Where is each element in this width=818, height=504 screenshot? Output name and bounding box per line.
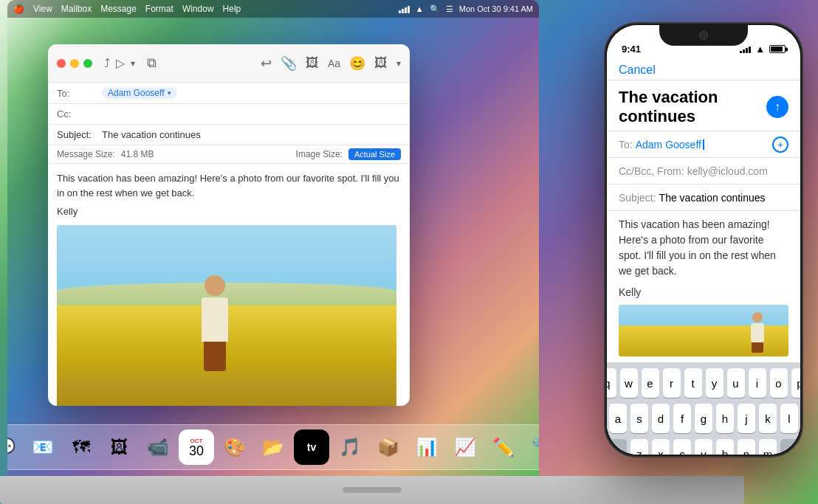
insert-icon[interactable]: 🖼 — [374, 55, 388, 71]
mail-body[interactable]: This vacation has been amazing! Here's a… — [48, 164, 410, 406]
window-icon[interactable]: ⧉ — [147, 55, 157, 71]
key-s[interactable]: s — [630, 404, 648, 433]
key-k[interactable]: k — [759, 404, 777, 433]
key-m[interactable]: m — [759, 439, 777, 455]
key-r[interactable]: r — [663, 368, 681, 398]
key-l[interactable]: l — [780, 404, 798, 433]
recipient-chip[interactable]: Adam Gooseff ▾ — [102, 87, 177, 99]
menu-mailbox[interactable]: Mailbox — [61, 4, 92, 14]
menu-message[interactable]: Message — [100, 4, 137, 14]
key-a[interactable]: a — [609, 404, 627, 433]
key-t[interactable]: t — [684, 368, 702, 398]
dropdown-icon[interactable]: ▾ — [131, 58, 135, 69]
minimize-button[interactable] — [70, 59, 79, 68]
key-i[interactable]: i — [749, 368, 766, 398]
close-button[interactable] — [57, 59, 66, 68]
key-p[interactable]: p — [791, 368, 801, 398]
dock-contacts[interactable]: 🎨 — [217, 429, 252, 465]
dock-appstore[interactable]: 🔧 — [524, 429, 539, 465]
front-camera — [699, 31, 708, 40]
key-o[interactable]: o — [770, 368, 788, 398]
key-z[interactable]: z — [630, 439, 648, 455]
key-d[interactable]: d — [652, 404, 670, 433]
dock-mail[interactable]: 📧 — [25, 429, 61, 465]
message-size-label: Message Size: — [57, 149, 115, 159]
iphone-signature: Kelly — [619, 285, 788, 300]
menu-view[interactable]: View — [33, 4, 52, 14]
key-h[interactable]: h — [716, 404, 734, 433]
key-x[interactable]: x — [652, 439, 670, 455]
iphone-subject-field[interactable]: Subject: The vacation continues — [607, 184, 800, 211]
iphone-mail-title: The vacation continues — [619, 88, 760, 126]
dock-tv[interactable]: tv — [294, 429, 329, 465]
iphone-notch — [659, 25, 748, 46]
iphone-mail-compose: Cancel The vacation continues ↑ To: Adam… — [607, 58, 800, 455]
actual-size-button[interactable]: Actual Size — [348, 148, 401, 160]
key-c[interactable]: c — [673, 439, 691, 455]
message-size-value: 41.8 MB — [121, 149, 154, 159]
dock-calendar[interactable]: OCT 30 — [179, 429, 214, 465]
to-label: To: — [57, 88, 97, 99]
dock-finder[interactable]: 📂 — [255, 429, 291, 465]
apple-menu[interactable]: 🍎 — [13, 4, 24, 14]
iphone-recipient: Adam Gooseff — [636, 139, 701, 151]
dock-facetime[interactable]: 📹 — [140, 429, 176, 465]
iphone-body-text: This vacation has been amazing! Here's a… — [619, 217, 788, 279]
send-icon[interactable]: ▷ — [116, 56, 125, 70]
key-q[interactable]: q — [607, 368, 616, 398]
menu-format[interactable]: Format — [145, 4, 173, 14]
key-w[interactable]: w — [620, 368, 638, 398]
key-e[interactable]: e — [642, 368, 659, 398]
subject-value: The vacation continues — [102, 129, 401, 140]
photo-icon[interactable]: 🖼 — [306, 55, 319, 71]
mail-header: To: Adam Gooseff ▾ Cc: Subject: The vaca… — [48, 83, 410, 164]
reply-icon[interactable]: ↩ — [261, 55, 272, 72]
key-n[interactable]: n — [738, 439, 755, 455]
key-f[interactable]: f — [673, 404, 691, 433]
dock-numbers[interactable]: 📊 — [409, 429, 444, 465]
image-size-label: Image Size: — [296, 149, 343, 159]
subject-field[interactable]: Subject: The vacation continues — [48, 125, 410, 145]
subject-label: Subject: — [57, 129, 97, 140]
add-recipient-button[interactable]: + — [772, 137, 788, 153]
cc-field[interactable]: Cc: — [48, 104, 410, 125]
wifi-icon: ▲ — [416, 4, 424, 13]
dock-maps[interactable]: 🗺 — [63, 429, 99, 465]
iphone-cc-label: Cc/Bcc, From: — [619, 165, 684, 177]
key-b[interactable]: b — [716, 439, 734, 455]
iphone-body[interactable]: This vacation has been amazing! Here's a… — [607, 211, 800, 362]
emoji-icon[interactable]: 😊 — [349, 55, 365, 72]
key-v[interactable]: v — [695, 439, 712, 455]
send-button[interactable]: ↑ — [766, 96, 788, 118]
attachment-icon[interactable]: 📎 — [281, 55, 297, 72]
iphone-title-row: The vacation continues ↑ — [607, 80, 800, 131]
key-y[interactable]: y — [706, 368, 724, 398]
dock-music[interactable]: 🎵 — [332, 429, 368, 465]
maximize-button[interactable] — [83, 59, 92, 68]
dock-pages[interactable]: ✏️ — [486, 429, 521, 465]
menu-help[interactable]: Help — [223, 4, 241, 14]
cc-label: Cc: — [57, 108, 97, 120]
control-center-icon[interactable]: ☰ — [446, 4, 453, 14]
back-icon[interactable]: ⤴ — [104, 57, 110, 70]
search-icon[interactable]: 🔍 — [430, 4, 440, 14]
iphone-to-field[interactable]: To: Adam Gooseff + — [607, 131, 800, 158]
menu-window[interactable]: Window — [182, 4, 214, 14]
cancel-button[interactable]: Cancel — [619, 63, 656, 77]
dock-notes[interactable]: 📦 — [371, 429, 406, 465]
key-j[interactable]: j — [738, 404, 755, 433]
iphone-screen: 9:41 ▲ Cancel The v — [607, 25, 800, 455]
dock-keynote[interactable]: 📈 — [447, 429, 483, 465]
body-text: This vacation has been amazing! Here's a… — [57, 171, 401, 200]
font-icon[interactable]: Aa — [328, 58, 340, 69]
to-field[interactable]: To: Adam Gooseff ▾ — [48, 83, 410, 104]
mail-compose-window: ⤴ ▷ ▾ ⧉ ↩ 📎 🖼 Aa 😊 🖼 ▾ To: Adam Gooseff — [48, 44, 410, 406]
dock-photos[interactable]: 🖼 — [102, 429, 137, 465]
iphone-cc-field[interactable]: Cc/Bcc, From: kelly@icloud.com — [607, 158, 800, 184]
more-icon[interactable]: ▾ — [396, 58, 401, 69]
dock: ⊞ 🧭 💬 📧 🗺 🖼 📹 OCT 30 🎨 📂 tv 🎵 📦 📊 📈 ✏️ 🔧… — [7, 424, 539, 470]
key-g[interactable]: g — [695, 404, 712, 433]
dock-messages[interactable]: 💬 — [7, 429, 22, 465]
keyboard-row-1: q w e r t y u i o p — [610, 368, 797, 398]
key-u[interactable]: u — [727, 368, 745, 398]
